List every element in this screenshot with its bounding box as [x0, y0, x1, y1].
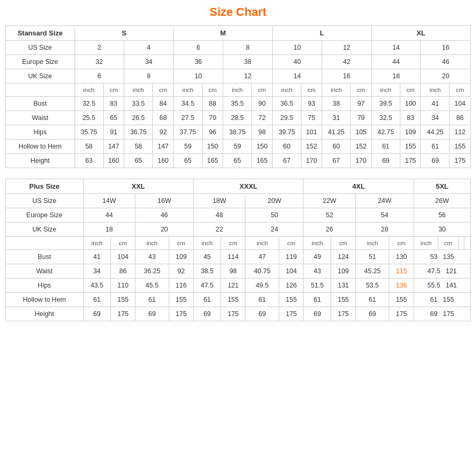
height-row: Height 63 160 65 160 65 165 65 165 67 17…	[6, 154, 471, 168]
xxxl-height-cm2: 175	[279, 307, 304, 321]
xxl-height-in1: 69	[83, 307, 111, 321]
4xl-hollow-in1: 61	[304, 293, 331, 307]
l-waist-in2: 31	[322, 111, 351, 125]
4xl-eu1: 52	[304, 208, 355, 223]
s-uk1: 6	[75, 69, 124, 84]
4xl-waist-in2: 45.25	[355, 264, 389, 279]
4xl-hollow-in2: 61	[355, 293, 389, 307]
m-height-in1: 65	[173, 154, 202, 168]
4xl-bust-in1: 49	[304, 250, 331, 264]
xxxl-bust-in1: 45	[194, 250, 221, 264]
xl-height-in2: 69	[421, 154, 450, 168]
xxxl-uk2: 24	[245, 223, 304, 237]
xxxl-waist-cm2: 104	[279, 264, 304, 279]
5xl-hollow-merged: 61 155	[414, 293, 470, 307]
xxl-us1: 14W	[83, 194, 135, 208]
s-hollow-cm2: 147	[153, 140, 173, 154]
m-hollow-in2: 59	[223, 140, 252, 154]
eu-size-label: Europe Size	[6, 55, 75, 69]
l-uk2: 16	[322, 69, 372, 84]
bust-label: Bust	[6, 97, 75, 111]
standard-table: Stansard Size S M L XL US Size 2 4 6 8 1…	[5, 25, 471, 168]
plus-unit-cm-4xl2: cm	[389, 237, 414, 250]
m-waist-in2: 28.5	[223, 111, 252, 125]
plus-chart: Plus Size XXL XXXL 4XL 5XL US Size 14W 1…	[5, 179, 471, 321]
plus-unit-inch-5xl1: inch	[414, 237, 438, 250]
4xl-hips-cm2: 136	[389, 279, 414, 293]
4xl-bust-cm1: 124	[331, 250, 355, 264]
unit-cm-xl1: cm	[400, 84, 420, 97]
xxxl-bust-cm1: 114	[221, 250, 245, 264]
xxl-eu2: 46	[135, 208, 194, 223]
unit-cm-s2: cm	[153, 84, 173, 97]
l-height-in2: 67	[322, 154, 351, 168]
xl-height-cm1: 175	[400, 154, 420, 168]
xxl-height-cm1: 175	[111, 307, 135, 321]
l-us2: 12	[322, 41, 372, 55]
xl-bust-in2: 41	[421, 97, 450, 111]
4xl-uk2: 28	[355, 223, 414, 237]
unit-inch-s2: inch	[124, 84, 153, 97]
xxxl-hollow-cm2: 155	[279, 293, 304, 307]
xl-uk2: 20	[421, 69, 471, 84]
xxl-bust-in1: 41	[83, 250, 111, 264]
unit-inch-m1: inch	[173, 84, 202, 97]
plus-bust-row: Bust 41 104 43 109 45 114 47 119 49 124 …	[6, 250, 471, 264]
xxl-bust-in2: 43	[135, 250, 169, 264]
m-bust-cm1: 88	[202, 97, 223, 111]
plus-uk-label: UK Size	[6, 223, 84, 237]
4xl-header: 4XL	[304, 179, 414, 194]
l-bust-in2: 38	[322, 97, 351, 111]
xl-us1: 14	[371, 41, 421, 55]
xl-height-cm2: 175	[450, 154, 471, 168]
xl-bust-in1: 39.5	[371, 97, 400, 111]
xxl-eu1: 44	[83, 208, 135, 223]
m-eu1: 36	[173, 55, 223, 69]
xxxl-hips-cm2: 126	[279, 279, 304, 293]
m-bust-in2: 35.5	[223, 97, 252, 111]
xxl-hollow-cm1: 155	[111, 293, 135, 307]
s-hollow-in2: 58	[124, 140, 153, 154]
standard-chart: Size Chart Stansard Size S M L XL US Siz…	[5, 5, 471, 168]
xxl-waist-cm1: 86	[111, 264, 135, 279]
s-bust-in2: 33.5	[124, 97, 153, 111]
unit-cm-m2: cm	[252, 84, 272, 97]
4xl-uk1: 26	[304, 223, 355, 237]
5xl-eu1: 56	[414, 208, 470, 223]
xxl-hollow-in2: 61	[135, 293, 169, 307]
m-eu2: 38	[223, 55, 273, 69]
4xl-hips-cm1: 131	[331, 279, 355, 293]
xxl-height-cm2: 175	[169, 307, 193, 321]
m-uk1: 10	[173, 69, 223, 84]
xxl-waist-in1: 34	[83, 264, 111, 279]
4xl-eu2: 54	[355, 208, 414, 223]
l-height-cm2: 170	[351, 154, 371, 168]
xxxl-height-in2: 69	[245, 307, 279, 321]
4xl-hollow-cm2: 155	[389, 293, 414, 307]
m-height-cm1: 165	[202, 154, 223, 168]
xxxl-hips-cm1: 121	[221, 279, 245, 293]
xxxl-uk1: 22	[194, 223, 245, 237]
s-eu1: 32	[75, 55, 124, 69]
s-hips-cm2: 92	[153, 125, 173, 140]
xxl-uk2: 20	[135, 223, 194, 237]
5xl-header: 5XL	[414, 179, 470, 194]
xxl-us2: 16W	[135, 194, 194, 208]
s-height-in2: 65	[124, 154, 153, 168]
l-waist-in1: 29.5	[272, 111, 301, 125]
plus-unit-cm-5xl1: cm	[438, 237, 458, 250]
xxxl-height-in1: 69	[194, 307, 221, 321]
plus-unit-extra1	[458, 237, 464, 250]
plus-hollow-row: Hollow to Hem 61 155 61 155 61 155 61 15…	[6, 293, 471, 307]
plus-height-row: Height 69 175 69 175 69 175 69 175 69 17…	[6, 307, 471, 321]
s-us1: 2	[75, 41, 124, 55]
s-us2: 4	[124, 41, 174, 55]
plus-unit-blank	[6, 237, 84, 250]
unit-cm-l1: cm	[301, 84, 322, 97]
xl-hollow-in1: 61	[371, 140, 400, 154]
plus-unit-cm-4xl1: cm	[331, 237, 355, 250]
s-height-in1: 63	[75, 154, 103, 168]
xl-waist-cm1: 83	[400, 111, 420, 125]
m-hollow-in1: 59	[173, 140, 202, 154]
xxxl-eu2: 50	[245, 208, 304, 223]
